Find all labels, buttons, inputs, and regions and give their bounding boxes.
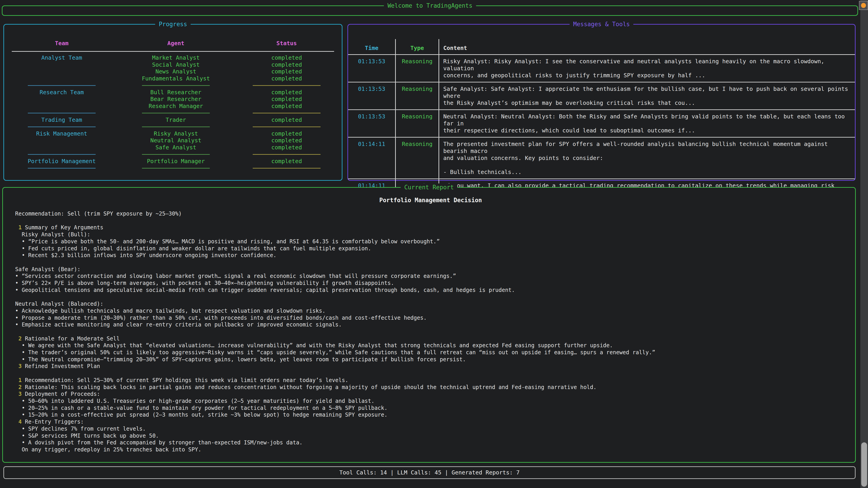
progress-agent-cell: Bull Researcher <box>113 89 239 96</box>
separator-line-agent <box>142 85 210 86</box>
report-line: • 50–60% into laddered U.S. Treasuries o… <box>15 398 846 404</box>
report-line: 3 Deployment of Proceeds: <box>15 391 846 398</box>
report-item-number: 2 <box>18 384 22 390</box>
progress-group-separator <box>11 109 335 117</box>
progress-col-team: Team <box>11 40 113 47</box>
report-line: • 20–25% in cash or a stable-value fund … <box>15 404 846 412</box>
message-content: Neutral Analyst: Neutral Analyst: Both t… <box>438 110 855 137</box>
progress-row: Social Analystcompleted <box>11 61 335 68</box>
progress-status-cell: completed <box>239 89 334 96</box>
messages-col-content: Content <box>438 39 855 54</box>
separator-line-team <box>28 127 96 127</box>
scrollbar-thumb[interactable] <box>861 442 867 487</box>
report-line: • Emphasize active monitoring and clear … <box>15 321 846 328</box>
report-line: Risky Analyst (Bull): <box>15 231 846 238</box>
message-time: 01:13:53 <box>348 110 395 137</box>
message-type: Reasoning <box>395 110 438 137</box>
welcome-panel: Welcome to TradingAgents <box>2 5 858 16</box>
progress-row: Neutral Analystcompleted <box>11 137 335 144</box>
welcome-panel-title: Welcome to TradingAgents <box>384 2 476 9</box>
separator-line-status <box>253 168 320 168</box>
separator-line-status <box>253 154 320 155</box>
report-line: 4 Re-Entry Triggers: <box>15 418 846 425</box>
progress-agent-cell: Risky Analyst <box>113 130 239 137</box>
report-line: 3 Refined Investment Plan <box>15 363 846 370</box>
report-line: • 15–20% in a cost-effective put spread … <box>15 412 846 418</box>
progress-row: Research Managercompleted <box>11 103 335 110</box>
messages-panel: Messages & Tools Time Type Content 01:13… <box>347 24 856 181</box>
separator-line-team <box>28 113 96 113</box>
message-type: Reasoning <box>395 55 438 82</box>
progress-team-cell: Risk Management <box>11 130 113 137</box>
report-item-number: 3 <box>18 391 22 397</box>
progress-team-cell: Analyst Team <box>11 55 113 61</box>
progress-status-cell: completed <box>239 61 334 68</box>
progress-row: Bear Researchercompleted <box>11 96 335 103</box>
report-line: Recommendation: Sell (trim SPY exposure … <box>15 210 846 217</box>
report-line: 1 Summary of Key Arguments <box>15 224 846 231</box>
scrollbar-track[interactable] <box>860 0 868 488</box>
progress-agent-cell: Safe Analyst <box>113 144 239 151</box>
report-body: Portfolio Management Decision Recommenda… <box>3 188 855 453</box>
progress-panel: Progress Team Agent Status Analyst TeamM… <box>3 24 342 181</box>
progress-row: Safe Analystcompleted <box>11 144 335 151</box>
report-line: • We agree with the Safe Analyst that “e… <box>15 342 846 349</box>
report-lines: Recommendation: Sell (trim SPY exposure … <box>15 210 846 453</box>
message-row: 01:13:53ReasoningRisky Analyst: Risky An… <box>348 55 855 83</box>
message-type: Reasoning <box>395 83 438 109</box>
report-line: • Acknowledge bullish technicals and mac… <box>15 307 846 315</box>
report-line <box>15 259 846 266</box>
report-line: • Propose a moderate trim (20–30%) rathe… <box>15 315 846 322</box>
report-line <box>15 293 846 300</box>
messages-table-header: Time Type Content <box>348 39 855 55</box>
report-item-number: 1 <box>18 224 22 231</box>
report-line: • Recent $2.3 billion inflows into SPY u… <box>15 252 846 259</box>
message-row: 01:13:53ReasoningNeutral Analyst: Neutra… <box>348 110 855 138</box>
progress-group-separator <box>11 165 335 172</box>
progress-table: Team Agent Status Analyst TeamMarket Ana… <box>4 25 342 172</box>
progress-group-separator <box>11 82 335 89</box>
report-item-number: 2 <box>18 335 22 342</box>
progress-panel-title: Progress <box>155 20 191 28</box>
scrollbar-top-marker[interactable] <box>859 1 868 10</box>
progress-col-status: Status <box>239 40 334 47</box>
progress-agent-cell: Bear Researcher <box>113 96 239 103</box>
progress-agent-cell: Neutral Analyst <box>113 137 239 144</box>
report-line: Safe Analyst (Bear): <box>15 266 846 273</box>
messages-panel-title: Messages & Tools <box>569 20 633 28</box>
messages-col-time: Time <box>348 39 395 54</box>
report-line <box>15 328 846 335</box>
progress-col-agent: Agent <box>113 40 239 47</box>
report-line: On any trigger, redeploy in 25% tranches… <box>15 446 846 453</box>
progress-group-separator <box>11 123 335 130</box>
progress-agent-cell: News Analyst <box>113 68 239 75</box>
report-line: • A dovish pivot from the Fed accompanie… <box>15 439 846 446</box>
separator-line-status <box>253 113 320 113</box>
message-row: 01:13:53ReasoningSafe Analyst: Safe Anal… <box>348 83 855 110</box>
current-report-panel: Current Report Portfolio Management Deci… <box>2 187 856 463</box>
progress-team-cell: Portfolio Management <box>11 158 113 165</box>
report-item-number: 1 <box>18 377 22 383</box>
current-report-panel-title: Current Report <box>401 184 457 191</box>
progress-row: Portfolio ManagementPortfolio Managercom… <box>11 158 335 165</box>
message-row: 01:14:11ReasoningThe presented investmen… <box>348 138 855 179</box>
messages-col-type: Type <box>395 39 438 54</box>
message-content: Risky Analyst: Risky Analyst: I see the … <box>438 55 855 82</box>
report-line: • SPY’s 22× P/E is above long-term avera… <box>15 280 846 287</box>
separator-line-agent <box>142 113 210 113</box>
report-line: 2 Rationale: This scaling back locks in … <box>15 384 846 391</box>
message-content: The presented investment plan for SPY of… <box>438 138 855 178</box>
report-line: • Fed cuts priced in, global disinflatio… <box>15 245 846 252</box>
message-time: 01:14:11 <box>348 138 395 178</box>
message-time: 01:13:53 <box>348 83 395 109</box>
progress-row: Research TeamBull Researchercompleted <box>11 89 335 96</box>
progress-status-cell: completed <box>239 158 334 165</box>
message-type: Reasoning <box>395 138 438 178</box>
progress-agent-cell: Market Analyst <box>113 55 239 61</box>
progress-group-separator <box>11 151 335 158</box>
progress-status-cell: completed <box>239 75 334 82</box>
report-item-number: 3 <box>18 363 22 369</box>
report-line: • The Neutral compromise—“trimming 20–30… <box>15 356 846 363</box>
progress-table-body: Analyst TeamMarket AnalystcompletedSocia… <box>11 55 335 172</box>
progress-status-cell: completed <box>239 144 334 151</box>
